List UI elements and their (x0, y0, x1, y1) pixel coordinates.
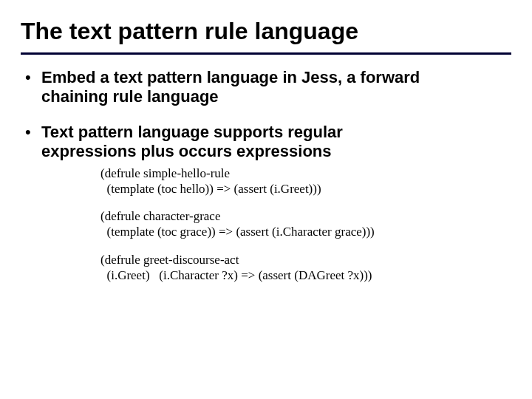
code-block: (defrule greet-discourse-act (i.Greet) (… (100, 252, 511, 284)
bullet-rest: chaining rule language (41, 87, 219, 106)
bullet-item: Text pattern language supports regular e… (25, 123, 511, 283)
bullet-list: Embed a text pattern language in Jess, a… (21, 68, 511, 283)
bullet-bold: Embed a text pattern language in Jess, a… (41, 68, 420, 86)
slide-title: The text pattern rule language (21, 18, 511, 45)
bullet-bold: Text pattern language supports regular (41, 123, 343, 141)
code-block: (defrule character-grace (template (toc … (100, 208, 511, 240)
code-block: (defrule simple-hello-rule (template (to… (100, 166, 511, 197)
bullet-rest: expressions plus occurs expressions (41, 142, 332, 160)
slide: The text pattern rule language Embed a t… (0, 0, 532, 399)
bullet-item: Embed a text pattern language in Jess, a… (25, 68, 511, 106)
title-divider (21, 52, 511, 55)
code-area: (defrule simple-hello-rule (template (to… (41, 166, 511, 284)
